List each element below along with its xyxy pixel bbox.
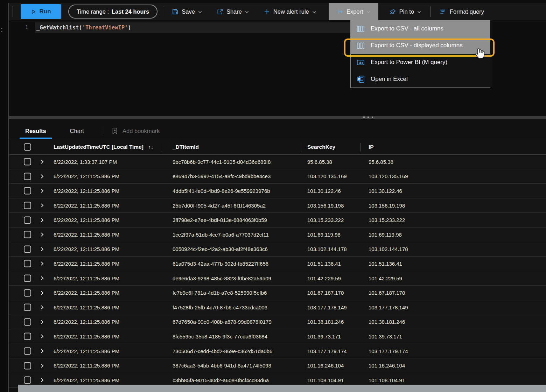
table-row[interactable]: 6/22/2022, 12:11:25.886 PM 4ddb5f41-fe0d… [9,184,546,198]
cell-time[interactable]: 6/22/2022, 12:11:25.886 PM [54,169,119,184]
cell-ip[interactable]: 103.120.135.169 [369,169,408,184]
tab-chart[interactable]: Chart [65,126,89,136]
row-checkbox[interactable] [24,377,31,384]
cell-ip[interactable]: 101.42.229.59 [369,271,402,286]
column-header-search-key[interactable]: SearchKey [307,139,335,154]
new-alert-rule-button[interactable]: New alert rule [259,3,321,20]
menu-item-export-csv-displayed[interactable]: Export to CSV - displayed columns [351,37,490,54]
cell-item-id[interactable]: e86947b3-5992-4154-a8fc-c9bd9bbe4ce3 [173,169,271,184]
cell-ip[interactable]: 101.67.187.170 [369,286,405,300]
cell-search-key[interactable]: 101.67.187.170 [307,286,344,300]
expand-chevron-icon[interactable] [41,232,44,237]
row-checkbox[interactable] [24,333,31,340]
row-checkbox[interactable] [24,216,31,224]
expand-chevron-icon[interactable] [41,247,44,251]
cell-search-key[interactable]: 101.42.229.59 [307,271,341,286]
table-row[interactable]: 6/22/2022, 12:11:25.886 PM de9e6da3-9298… [9,271,546,286]
time-range-pill[interactable]: Time range : Last 24 hours [68,5,158,19]
cell-time[interactable]: 6/22/2022, 12:11:25.886 PM [54,213,119,227]
select-all-checkbox[interactable] [24,143,31,150]
table-row[interactable]: 6/22/2022, 12:11:25.886 PM 67d7650a-90e0… [9,315,546,330]
table-row[interactable]: 6/22/2022, 12:11:25.886 PM 730506d7-cedd… [9,344,546,359]
cell-item-id[interactable]: 8fc5595c-35b8-4185-9f3c-77cda6f03684 [173,329,267,344]
row-checkbox[interactable] [24,289,31,296]
expand-chevron-icon[interactable] [41,290,44,295]
menu-item-open-in-excel[interactable]: Open in Excel [351,71,490,88]
table-row[interactable]: 6/22/2022, 12:11:25.886 PM f47528fb-25fb… [9,300,546,315]
menu-item-export-csv-all[interactable]: Export to CSV - all columns [351,20,490,37]
expand-chevron-icon[interactable] [41,203,44,208]
column-header-ip[interactable]: IP [369,139,374,154]
expand-chevron-icon[interactable] [41,349,44,354]
cell-item-id[interactable]: 25b7d00f-f905-4d27-a45f-6f1f146305a2 [173,198,266,213]
cell-time[interactable]: 6/22/2022, 12:11:25.886 PM [54,286,119,300]
row-checkbox[interactable] [24,173,31,180]
cell-ip[interactable]: 101.30.122.46 [369,184,402,198]
menu-item-export-power-bi[interactable]: Export to Power BI (M query) [351,54,490,71]
cell-time[interactable]: 6/22/2022, 12:11:25.886 PM [54,198,119,213]
cell-item-id[interactable]: 3ff798e2-e7ee-4bdf-813e-6884063f0b59 [173,213,267,227]
column-divider[interactable] [162,143,162,152]
cell-search-key[interactable]: 103.177.179.174 [307,344,347,358]
expand-chevron-icon[interactable] [41,276,44,281]
cell-ip[interactable]: 103.177.179.174 [369,344,408,358]
expand-chevron-icon[interactable] [41,334,44,339]
row-checkbox[interactable] [24,158,31,166]
cell-item-id[interactable]: 4ddb5f41-fe0d-4bd9-8e26-9e559923976b [173,184,270,198]
format-query-button[interactable]: Format query [434,3,489,20]
cell-ip[interactable]: 101.38.181.246 [369,315,405,329]
cell-ip[interactable]: 103.102.144.178 [369,242,408,257]
cell-item-id[interactable]: 0050924c-f2ec-42a2-ab30-af2f48e363c6 [173,242,268,257]
cell-item-id[interactable]: 730506d7-cedd-4bd2-869e-c362d51da0b6 [173,344,272,358]
expand-chevron-icon[interactable] [41,218,44,222]
expand-chevron-icon[interactable] [41,261,44,266]
cell-time[interactable]: 6/22/2022, 12:11:25.886 PM [54,300,119,315]
cell-time[interactable]: 6/22/2022, 12:11:25.886 PM [54,358,119,373]
cell-search-key[interactable]: 103.102.144.178 [307,242,347,257]
table-row[interactable]: 6/22/2022, 12:11:25.886 PM 0050924c-f2ec… [9,242,546,257]
row-checkbox[interactable] [24,362,31,369]
cell-search-key[interactable]: 103.120.135.169 [307,169,347,184]
cell-ip[interactable]: 101.16.246.104 [369,358,405,373]
expand-chevron-icon[interactable] [41,305,44,310]
cell-item-id[interactable]: 61a075d3-42aa-477b-902d-fb85227ff656 [173,257,268,271]
row-checkbox[interactable] [24,245,31,253]
table-row[interactable]: 6/22/2022, 12:11:25.886 PM 3ff798e2-e7ee… [9,213,546,227]
cell-ip[interactable]: 101.51.136.41 [369,257,402,271]
export-button[interactable]: Export [329,3,378,20]
cell-ip[interactable]: 103.156.19.198 [369,198,405,213]
run-button[interactable]: Run [21,4,61,19]
cell-item-id[interactable]: f47528fb-25fb-4c70-87b6-c4733cdca003 [173,300,267,315]
cell-item-id[interactable]: fc7b9e6f-781a-4d1b-a7e8-525990f5efb6 [173,286,267,300]
cell-item-id[interactable]: de9e6da3-9298-485c-8823-f0be82a59a09 [173,271,271,286]
cell-search-key[interactable]: 95.6.85.38 [307,155,332,169]
row-checkbox[interactable] [24,231,31,238]
cell-time[interactable]: 6/22/2022, 12:11:25.886 PM [54,271,119,286]
sort-icon[interactable]: ↑↓ [148,144,153,150]
save-button[interactable]: Save [167,3,207,20]
row-checkbox[interactable] [24,304,31,311]
row-checkbox[interactable] [24,260,31,267]
table-row[interactable]: 6/22/2022, 12:11:25.886 PM 61a075d3-42aa… [9,257,546,271]
row-checkbox[interactable] [24,275,31,282]
expand-chevron-icon[interactable] [41,174,44,178]
pin-to-button[interactable]: Pin to [385,3,426,20]
row-checkbox[interactable] [24,318,31,326]
cell-item-id[interactable]: 9bc78b6b-9c77-44c1-9105-d04d36e689f8 [173,155,271,169]
table-row[interactable]: 6/22/2022, 12:11:25.886 PM 387c6aa3-54bb… [9,358,546,373]
tab-results[interactable]: Results [20,126,51,136]
cell-time[interactable]: 6/22/2022, 12:11:25.886 PM [54,257,119,271]
cell-item-id[interactable]: 387c6aa3-54bb-4bb6-941d-8a47174f5093 [173,358,271,373]
cell-search-key[interactable]: 101.16.246.104 [307,358,344,373]
cell-search-key[interactable]: 103.156.19.198 [307,198,344,213]
table-row[interactable]: 6/22/2022, 12:11:25.886 PM fc7b9e6f-781a… [9,286,546,300]
expand-chevron-icon[interactable] [41,320,44,324]
expand-chevron-icon[interactable] [41,160,44,164]
cell-time[interactable]: 6/22/2022, 12:11:25.886 PM [54,315,119,329]
row-checkbox[interactable] [24,187,31,195]
horizontal-scrollbar[interactable] [18,385,546,392]
expand-chevron-icon[interactable] [41,363,44,368]
row-checkbox[interactable] [24,202,31,209]
cell-search-key[interactable]: 103.15.233.222 [307,213,344,227]
expand-chevron-icon[interactable] [41,189,44,193]
